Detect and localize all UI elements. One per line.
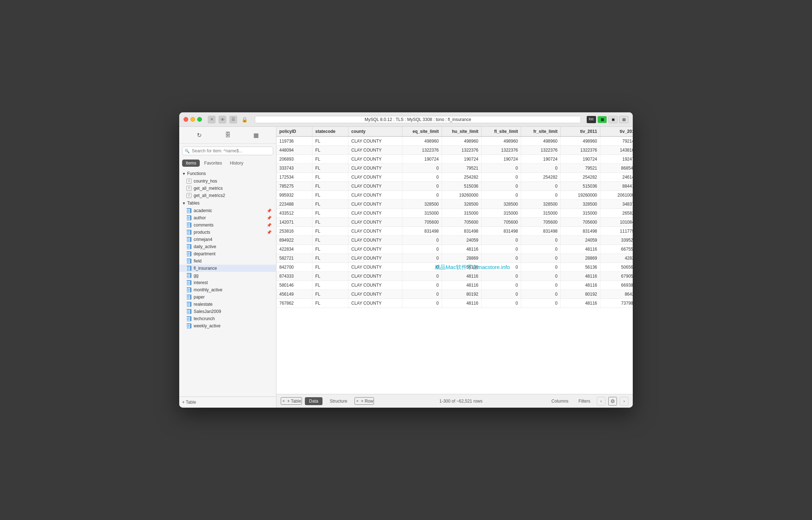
structure-tab-button[interactable]: Structure (325, 397, 352, 405)
table-cell[interactable]: 142071 (276, 218, 312, 227)
table-cell[interactable]: 842700 (276, 263, 312, 272)
table-cell[interactable]: CLAY COUNTY (348, 263, 402, 272)
table-cell[interactable]: CLAY COUNTY (348, 137, 402, 145)
table-cell[interactable]: 705600 (561, 218, 600, 227)
table-cell[interactable]: 0 (482, 236, 521, 245)
tab-history[interactable]: History (226, 160, 247, 167)
table-cell[interactable]: 56136 (561, 263, 600, 272)
sidebar-item-gg[interactable]: gg (179, 272, 276, 279)
table-cell[interactable]: 1322376 (521, 146, 561, 154)
table-cell[interactable]: CLAY COUNTY (348, 173, 402, 181)
table-cell[interactable]: 705600 (482, 218, 521, 227)
table-cell[interactable]: CLAY COUNTY (348, 254, 402, 263)
table-row[interactable]: 995932FLCLAY COUNTY019260000001926000020… (276, 191, 633, 200)
table-cell[interactable]: 0 (402, 299, 442, 308)
database-icon[interactable]: 🗄 (222, 130, 233, 140)
sidebar-item-fl-insurance[interactable]: fl_insurance (179, 265, 276, 272)
table-cell[interactable]: 422834 (276, 245, 312, 254)
table-cell[interactable]: FL (312, 200, 348, 209)
table-cell[interactable]: 348374 (600, 200, 633, 209)
grid-icon[interactable]: ▦ (251, 130, 262, 140)
table-cell[interactable]: CLAY COUNTY (348, 290, 402, 299)
table-cell[interactable]: FL (312, 272, 348, 281)
table-cell[interactable]: 0 (402, 254, 442, 263)
table-cell[interactable]: 315000 (402, 209, 442, 218)
sidebar-item-paper[interactable]: paper (179, 293, 276, 301)
tab-items[interactable]: Items (182, 160, 200, 167)
table-cell[interactable]: 0 (402, 191, 442, 200)
sidebar-item-field[interactable]: field (179, 257, 276, 265)
table-cell[interactable]: FL (312, 218, 348, 227)
table-cell[interactable]: 582721 (276, 254, 312, 263)
table-cell[interactable]: 0 (482, 164, 521, 172)
table-cell[interactable]: 0 (402, 245, 442, 254)
eye-icon[interactable]: 👁 (218, 116, 226, 124)
table-row[interactable]: 223488FLCLAY COUNTY328500328500328500328… (276, 200, 633, 209)
sidebar-item-crimejan4[interactable]: crimejan4 (179, 236, 276, 243)
table-cell[interactable]: 0 (402, 164, 442, 172)
table-cell[interactable]: 831498 (442, 227, 482, 236)
table-cell[interactable]: 0 (482, 191, 521, 200)
table-row[interactable]: 333743FLCLAY COUNTY079521007952186854.5 (276, 164, 633, 173)
table-cell[interactable]: 884419 (600, 182, 633, 190)
table-row[interactable]: 119736FLCLAY COUNTY498960498960498960498… (276, 137, 633, 146)
table-cell[interactable]: 0 (482, 173, 521, 181)
table-cell[interactable]: 498960 (402, 137, 442, 145)
table-cell[interactable]: 580146 (276, 281, 312, 290)
table-cell[interactable]: 1322376 (561, 146, 600, 154)
table-cell[interactable]: 0 (521, 236, 561, 245)
table-cell[interactable]: 0 (521, 263, 561, 272)
add-row-button[interactable]: ＋ + Row (355, 397, 374, 405)
table-cell[interactable]: 705600 (521, 218, 561, 227)
table-cell[interactable]: 192477 (600, 155, 633, 163)
table-cell[interactable]: FL (312, 281, 348, 290)
table-cell[interactable]: 1010840 (600, 218, 633, 227)
sidebar-item-interest[interactable]: interest (179, 279, 276, 286)
table-cell[interactable]: CLAY COUNTY (348, 272, 402, 281)
sidebar-item-products[interactable]: products 📌 (179, 229, 276, 236)
table-cell[interactable]: FL (312, 245, 348, 254)
settings-button[interactable]: ⚙ (608, 397, 617, 405)
table-row[interactable]: 142071FLCLAY COUNTY705600705600705600705… (276, 218, 633, 227)
table-cell[interactable]: 190724 (442, 155, 482, 163)
sidebar-item-academic[interactable]: academic 📌 (179, 207, 276, 214)
table-cell[interactable]: 433512 (276, 209, 312, 218)
table-cell[interactable]: FL (312, 299, 348, 308)
table-cell[interactable]: 0 (402, 182, 442, 190)
sidebar-item-get-all-metrics[interactable]: f get_all_metrics (179, 185, 276, 192)
table-cell[interactable]: 1322376 (442, 146, 482, 154)
table-cell[interactable]: 172534 (276, 173, 312, 181)
table-row[interactable]: 172534FLCLAY COUNTY025428202542822542822… (276, 173, 633, 182)
table-row[interactable]: 785275FLCLAY COUNTY051503600515036884419 (276, 182, 633, 191)
table-row[interactable]: 448094FLCLAY COUNTY132237613223761322376… (276, 146, 633, 155)
table-cell[interactable]: 785275 (276, 182, 312, 190)
table-cell[interactable]: 1322376 (402, 146, 442, 154)
table-cell[interactable]: 67905.1 (600, 272, 633, 281)
table-cell[interactable]: 0 (402, 263, 442, 272)
minimize-button[interactable] (190, 117, 195, 122)
view-table-button[interactable]: ▦ (597, 116, 607, 123)
table-cell[interactable]: 995932 (276, 191, 312, 200)
table-cell[interactable]: 24059 (442, 236, 482, 245)
table-cell[interactable]: CLAY COUNTY (348, 191, 402, 200)
loc-button[interactable]: loc (587, 116, 596, 123)
table-cell[interactable]: 254282 (561, 173, 600, 181)
table-cell[interactable]: 0 (482, 290, 521, 299)
add-table-button[interactable]: ＋ + Table (281, 397, 302, 405)
table-cell[interactable]: 66755.4 (600, 245, 633, 254)
table-cell[interactable]: 0 (402, 236, 442, 245)
table-cell[interactable]: FL (312, 173, 348, 181)
table-cell[interactable]: 86421 (600, 290, 633, 299)
table-cell[interactable]: 254282 (442, 173, 482, 181)
table-row[interactable]: 894922FLCLAY COUNTY024059002405933952.2 (276, 236, 633, 245)
table-cell[interactable]: CLAY COUNTY (348, 281, 402, 290)
table-cell[interactable]: 315000 (482, 209, 521, 218)
table-cell[interactable]: 0 (402, 290, 442, 299)
table-cell[interactable]: 315000 (561, 209, 600, 218)
table-cell[interactable]: 190724 (482, 155, 521, 163)
columns-button[interactable]: Columns (548, 397, 572, 405)
table-row[interactable]: 580146FLCLAY COUNTY048116004811666938.9 (276, 281, 633, 290)
table-cell[interactable]: FL (312, 155, 348, 163)
table-cell[interactable]: CLAY COUNTY (348, 155, 402, 163)
table-cell[interactable]: 498960 (442, 137, 482, 145)
